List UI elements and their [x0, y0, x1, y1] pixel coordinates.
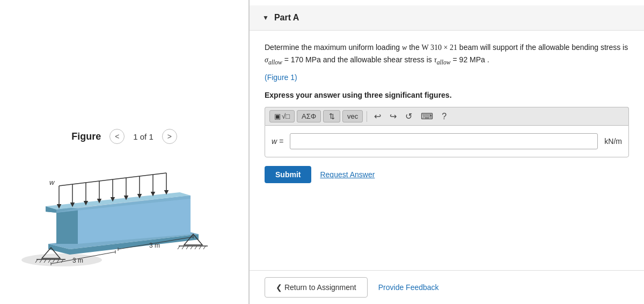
- submit-btn[interactable]: Submit: [265, 166, 311, 183]
- part-a-header: ▼ Part A: [250, 5, 644, 31]
- vec-btn[interactable]: vec: [342, 110, 363, 122]
- help-icon: ?: [442, 112, 447, 121]
- keyboard-btn[interactable]: ⌨: [418, 110, 436, 123]
- part-a-title: Part A: [274, 13, 299, 23]
- svg-line-38: [199, 246, 201, 249]
- svg-text:3 m: 3 m: [149, 242, 160, 249]
- figure-reference: (Figure 1): [265, 71, 629, 83]
- left-panel: Figure < 1 of 1 >: [0, 0, 250, 304]
- express-instruction: Express your answer using three signific…: [265, 91, 629, 99]
- w-variable: w: [402, 44, 407, 52]
- request-answer-btn[interactable]: Request Answer: [320, 170, 375, 179]
- svg-line-39: [203, 246, 206, 249]
- svg-line-37: [195, 246, 197, 249]
- right-panel: ▼ Part A Determine the maximum uniform l…: [250, 0, 644, 304]
- beam-figure: w 3 m: [16, 164, 231, 272]
- answer-box: w = kN/m: [265, 125, 629, 157]
- sqrt-icon: √□: [282, 112, 290, 120]
- figure-label: Figure: [71, 131, 101, 142]
- bottom-bar: ❮ Return to Assignment Provide Feedback: [250, 270, 644, 304]
- prev-figure-btn[interactable]: <: [109, 129, 125, 144]
- svg-line-36: [191, 246, 193, 249]
- refresh-icon: ↺: [405, 112, 412, 121]
- toolbar-separator-1: [367, 111, 367, 122]
- buttons-row: Submit Request Answer: [265, 166, 629, 183]
- return-to-assignment-btn[interactable]: ❮ Return to Assignment: [265, 277, 368, 298]
- content-area: Determine the maximum uniform loading w …: [250, 31, 644, 270]
- svg-line-35: [186, 246, 188, 249]
- sigma-symbol: σallow: [265, 56, 282, 64]
- math-toolbar: ▣ √□ ΑΣΦ ⇅ vec ↩ ↪ ↺ ⌨: [265, 107, 629, 125]
- next-figure-btn[interactable]: >: [162, 129, 177, 144]
- updown-icon: ⇅: [329, 112, 335, 120]
- w-equals-label: w =: [272, 137, 283, 146]
- refresh-btn[interactable]: ↺: [402, 110, 415, 123]
- undo-icon: ↩: [374, 112, 381, 121]
- svg-line-34: [182, 246, 184, 249]
- figure-nav-row: Figure < 1 of 1 >: [71, 129, 177, 144]
- provide-feedback-link[interactable]: Provide Feedback: [378, 283, 439, 292]
- tau-symbol: τallow: [434, 56, 451, 64]
- redo-icon: ↪: [390, 112, 397, 121]
- alpha-sigma-phi-btn[interactable]: ΑΣΦ: [297, 110, 321, 122]
- problem-text: Determine the maximum uniform loading w …: [265, 41, 629, 68]
- svg-line-33: [178, 246, 180, 249]
- greek-icon: ΑΣΦ: [302, 112, 316, 120]
- fraction-icon: ▣: [274, 112, 281, 120]
- svg-marker-4: [56, 208, 78, 244]
- beam-spec: W 310 × 21: [422, 44, 457, 52]
- answer-input[interactable]: [290, 133, 598, 149]
- svg-text:w: w: [49, 178, 55, 186]
- figure-1-link[interactable]: (Figure 1): [265, 73, 297, 82]
- fraction-sqrt-btn[interactable]: ▣ √□: [269, 110, 295, 122]
- page-count: 1 of 1: [133, 132, 153, 141]
- unit-label: kN/m: [604, 137, 622, 146]
- help-btn[interactable]: ?: [438, 110, 450, 123]
- beam-svg: w 3 m: [16, 164, 220, 266]
- keyboard-icon: ⌨: [421, 112, 433, 121]
- undo-btn[interactable]: ↩: [371, 110, 384, 123]
- redo-btn[interactable]: ↪: [386, 110, 400, 123]
- updown-arrows-btn[interactable]: ⇅: [323, 110, 340, 122]
- vec-icon: vec: [347, 112, 358, 120]
- part-a-arrow[interactable]: ▼: [262, 14, 269, 21]
- svg-point-0: [21, 254, 102, 266]
- svg-text:3 m: 3 m: [72, 257, 83, 264]
